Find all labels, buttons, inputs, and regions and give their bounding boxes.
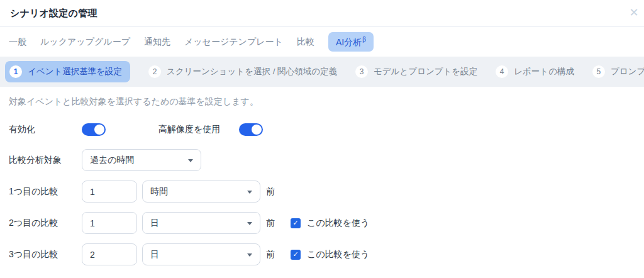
step-description: 対象イベントと比較対象を選択するための基準を設定します。 — [9, 96, 635, 107]
check-icon: ✓ — [292, 219, 298, 227]
step-3-model-prompt[interactable]: 3 モデルとプロンプトを設定 — [355, 65, 477, 78]
chevron-down-icon — [247, 191, 252, 194]
comparison-1-row: 1つ目の比較 時間 前 — [9, 181, 635, 203]
step-5-prompt-review[interactable]: 5 プロンプトのレビュー — [592, 65, 644, 78]
comparison-3-row: 3つ目の比較 日 前 ✓ この比較を使う — [9, 243, 635, 265]
enable-toggle[interactable] — [82, 123, 106, 136]
comparison-3-unit-select[interactable]: 日 — [142, 243, 260, 265]
comparison-target-select[interactable]: 過去の時間 — [82, 149, 201, 171]
comparison-3-value-input[interactable] — [82, 243, 137, 265]
close-button[interactable]: ✕ — [626, 5, 641, 20]
dialog-title: シナリオ設定の管理 — [10, 8, 97, 19]
tab-lookup-group[interactable]: ルックアップグループ — [40, 36, 130, 48]
chevron-down-icon — [247, 253, 252, 257]
comparison-1-unit-value: 時間 — [150, 186, 168, 197]
comparison-target-label: 比較分析対象 — [9, 155, 82, 166]
high-res-toggle[interactable] — [239, 123, 263, 136]
comparison-1-unit-select[interactable]: 時間 — [142, 181, 260, 203]
tab-comparison[interactable]: 比較 — [297, 36, 314, 48]
check-icon: ✓ — [292, 250, 298, 259]
step-5-number: 5 — [592, 65, 605, 78]
step-4-label: レポートの構成 — [514, 66, 574, 77]
toggle-knob — [252, 125, 262, 135]
step-3-number: 3 — [355, 65, 368, 78]
step-2-label: スクリーンショットを選択 / 関心領域の定義 — [167, 66, 337, 77]
comparison-2-unit-value: 日 — [150, 218, 159, 229]
comparison-2-row: 2つ目の比較 日 前 ✓ この比較を使う — [9, 212, 635, 234]
comparison-1-suffix: 前 — [266, 186, 275, 197]
comparison-3-unit-value: 日 — [150, 249, 159, 260]
comparison-3-use-checkbox[interactable]: ✓ — [291, 250, 301, 260]
comparison-2-use-label: この比較を使う — [307, 218, 369, 229]
close-icon: ✕ — [629, 7, 638, 18]
step-1-number: 1 — [9, 65, 22, 78]
dialog-header: シナリオ設定の管理 — [0, 0, 644, 27]
tab-ai-analysis[interactable]: AI分析β — [328, 32, 374, 52]
enable-label: 有効化 — [9, 124, 82, 135]
step-3-label: モデルとプロンプトを設定 — [374, 66, 477, 77]
comparison-2-suffix: 前 — [266, 218, 275, 229]
comparison-1-label: 1つ目の比較 — [9, 186, 82, 197]
tab-message-template[interactable]: メッセージテンプレート — [184, 36, 283, 48]
tab-general[interactable]: 一般 — [9, 36, 26, 48]
step-1-event-criteria[interactable]: 1 イベント選択基準を設定 — [5, 61, 130, 82]
step-4-number: 4 — [496, 65, 508, 78]
step-4-report-config[interactable]: 4 レポートの構成 — [496, 65, 574, 78]
tab-ai-analysis-label: AI分析 — [336, 36, 362, 47]
comparison-3-suffix: 前 — [266, 249, 275, 260]
comparison-2-use-checkbox[interactable]: ✓ — [291, 218, 301, 228]
comparison-1-value-input[interactable] — [82, 181, 137, 203]
toggles-row: 有効化 高解像度を使用 — [9, 123, 635, 136]
tab-bar: 一般 ルックアップグループ 通知先 メッセージテンプレート 比較 AI分析β — [0, 27, 644, 57]
step-2-number: 2 — [148, 65, 161, 78]
step-1-label: イベント選択基準を設定 — [28, 66, 122, 77]
chevron-down-icon — [188, 159, 193, 162]
step-5-label: プロンプトのレビュー — [611, 66, 644, 77]
comparison-2-value-input[interactable] — [82, 212, 137, 234]
wizard-stepper: 1 イベント選択基準を設定 2 スクリーンショットを選択 / 関心領域の定義 3… — [0, 57, 644, 87]
toggle-knob — [94, 125, 104, 135]
step-2-screenshot-roi[interactable]: 2 スクリーンショットを選択 / 関心領域の定義 — [148, 65, 337, 78]
comparison-target-row: 比較分析対象 過去の時間 — [9, 149, 635, 171]
comparison-3-label: 3つ目の比較 — [9, 249, 82, 260]
comparison-2-label: 2つ目の比較 — [9, 218, 82, 229]
step-content: 対象イベントと比較対象を選択するための基準を設定します。 有効化 高解像度を使用… — [0, 87, 644, 265]
comparison-3-use-label: この比較を使う — [307, 249, 369, 260]
beta-badge: β — [362, 36, 366, 43]
chevron-down-icon — [247, 222, 252, 225]
tab-notification-target[interactable]: 通知先 — [144, 36, 170, 48]
comparison-target-value: 過去の時間 — [90, 155, 134, 166]
comparison-2-unit-select[interactable]: 日 — [142, 212, 260, 234]
high-res-label: 高解像度を使用 — [158, 124, 220, 135]
